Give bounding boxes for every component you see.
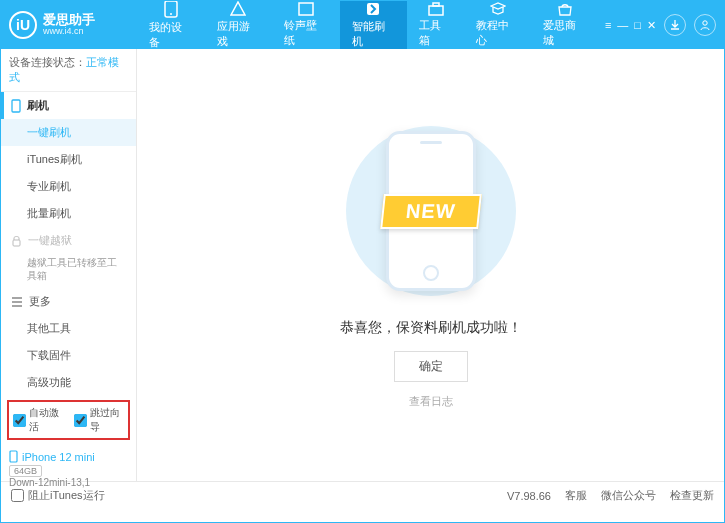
logo-block: iU 爱思助手 www.i4.cn <box>9 11 137 39</box>
titlebar: iU 爱思助手 www.i4.cn 我的设备 应用游戏 铃声壁纸 智能刷机 工具… <box>1 1 724 49</box>
sidebar-item-pro[interactable]: 专业刷机 <box>1 173 136 200</box>
checkbox-group: 自动激活 跳过向导 <box>7 400 130 440</box>
sidebar-section-jailbreak[interactable]: 一键越狱 <box>1 227 136 254</box>
svg-rect-7 <box>12 100 20 112</box>
tab-tutorial[interactable]: 教程中心 <box>464 1 532 49</box>
user-icon[interactable] <box>694 14 716 36</box>
phone-icon <box>162 0 180 18</box>
sidebar: 设备连接状态：正常模式 刷机 一键刷机 iTunes刷机 专业刷机 批量刷机 一… <box>1 49 137 481</box>
checkbox-skip-guide[interactable]: 跳过向导 <box>74 406 125 434</box>
title-controls: ≡ — □ ✕ <box>599 14 716 36</box>
svg-rect-5 <box>433 3 439 6</box>
version-label: V7.98.66 <box>507 490 551 502</box>
wechat-link[interactable]: 微信公众号 <box>601 488 656 503</box>
tab-device[interactable]: 我的设备 <box>137 1 205 49</box>
store-icon <box>556 2 574 16</box>
svg-rect-8 <box>13 240 20 246</box>
svg-rect-9 <box>10 451 17 462</box>
main-tabs: 我的设备 应用游戏 铃声壁纸 智能刷机 工具箱 教程中心 爱思商城 <box>137 1 599 49</box>
success-illustration: NEW <box>361 121 501 301</box>
phone-icon <box>9 450 18 463</box>
tutorial-icon <box>489 2 507 16</box>
view-log-link[interactable]: 查看日志 <box>409 394 453 409</box>
wallpaper-icon <box>297 2 315 16</box>
app-url: www.i4.cn <box>43 27 95 37</box>
block-itunes-checkbox[interactable]: 阻止iTunes运行 <box>11 488 105 503</box>
sidebar-section-flash[interactable]: 刷机 <box>1 92 136 119</box>
ok-button[interactable]: 确定 <box>394 351 468 382</box>
storage-badge: 64GB <box>9 465 42 477</box>
flash-icon <box>364 1 382 17</box>
download-icon[interactable] <box>664 14 686 36</box>
svg-rect-4 <box>429 6 443 15</box>
service-link[interactable]: 客服 <box>565 488 587 503</box>
sidebar-item-onekey[interactable]: 一键刷机 <box>1 119 136 146</box>
sidebar-item-advanced[interactable]: 高级功能 <box>1 369 136 396</box>
update-link[interactable]: 检查更新 <box>670 488 714 503</box>
logo-icon: iU <box>9 11 37 39</box>
svg-rect-2 <box>299 3 313 15</box>
minimize-icon[interactable]: — <box>617 19 628 32</box>
new-ribbon: NEW <box>380 194 481 229</box>
device-model: Down-12mini-13,1 <box>9 477 128 488</box>
app-name: 爱思助手 <box>43 13 95 27</box>
main-panel: NEW 恭喜您，保资料刷机成功啦！ 确定 查看日志 <box>137 49 724 481</box>
tab-ringtone[interactable]: 铃声壁纸 <box>272 1 340 49</box>
lock-icon <box>11 235 22 247</box>
svg-rect-3 <box>367 3 379 15</box>
toolbox-icon <box>427 2 445 16</box>
maximize-icon[interactable]: □ <box>634 19 641 32</box>
sidebar-item-other[interactable]: 其他工具 <box>1 315 136 342</box>
checkbox-auto-activate[interactable]: 自动激活 <box>13 406 64 434</box>
connection-status: 设备连接状态：正常模式 <box>1 49 136 92</box>
success-text: 恭喜您，保资料刷机成功啦！ <box>340 319 522 337</box>
tab-flash[interactable]: 智能刷机 <box>340 1 408 49</box>
phone-icon <box>11 99 21 113</box>
svg-point-1 <box>170 13 172 15</box>
jailbreak-note: 越狱工具已转移至工具箱 <box>1 254 136 288</box>
tab-apps[interactable]: 应用游戏 <box>205 1 273 49</box>
close-icon[interactable]: ✕ <box>647 19 656 32</box>
sidebar-section-more[interactable]: 更多 <box>1 288 136 315</box>
apps-icon <box>229 1 247 17</box>
menu-icon[interactable]: ≡ <box>605 19 611 32</box>
sidebar-item-download[interactable]: 下载固件 <box>1 342 136 369</box>
tab-store[interactable]: 爱思商城 <box>531 1 599 49</box>
device-info[interactable]: iPhone 12 mini 64GB Down-12mini-13,1 <box>1 444 136 494</box>
tab-toolbox[interactable]: 工具箱 <box>407 1 464 49</box>
sidebar-item-itunes[interactable]: iTunes刷机 <box>1 146 136 173</box>
svg-point-6 <box>703 21 707 25</box>
sidebar-item-batch[interactable]: 批量刷机 <box>1 200 136 227</box>
list-icon <box>11 297 23 307</box>
